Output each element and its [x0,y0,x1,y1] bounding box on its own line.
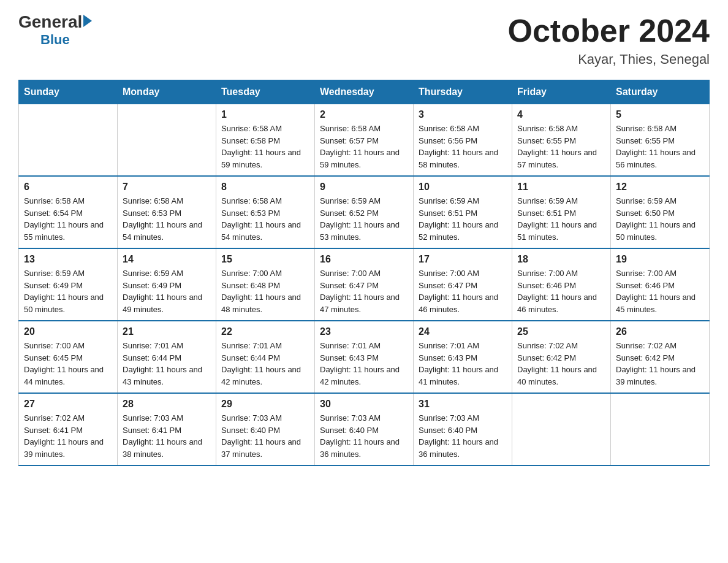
day-cell: 9Sunrise: 6:59 AMSunset: 6:52 PMDaylight… [315,176,414,248]
week-row-2: 6Sunrise: 6:58 AMSunset: 6:54 PMDaylight… [19,176,710,248]
day-cell: 20Sunrise: 7:00 AMSunset: 6:45 PMDayligh… [19,321,118,393]
day-cell: 23Sunrise: 7:01 AMSunset: 6:43 PMDayligh… [315,321,414,393]
day-number: 21 [123,326,211,337]
day-info: Sunrise: 7:00 AMSunset: 6:48 PMDaylight:… [221,267,309,315]
day-cell: 22Sunrise: 7:01 AMSunset: 6:44 PMDayligh… [216,321,315,393]
day-number: 16 [320,254,408,265]
day-number: 25 [517,326,605,337]
day-number: 9 [320,182,408,193]
day-cell: 2Sunrise: 6:58 AMSunset: 6:57 PMDaylight… [315,104,414,177]
day-info: Sunrise: 6:58 AMSunset: 6:53 PMDaylight:… [221,195,309,243]
day-cell: 24Sunrise: 7:01 AMSunset: 6:43 PMDayligh… [414,321,512,393]
day-info: Sunrise: 7:03 AMSunset: 6:40 PMDaylight:… [320,412,408,460]
day-cell: 17Sunrise: 7:00 AMSunset: 6:47 PMDayligh… [414,248,512,321]
logo: General Blue [18,12,92,48]
day-number: 7 [123,182,211,193]
day-info: Sunrise: 7:01 AMSunset: 6:43 PMDaylight:… [320,340,408,388]
logo-general-text: General [18,12,82,32]
day-number: 14 [123,254,211,265]
header-tuesday: Tuesday [216,80,315,104]
day-cell: 27Sunrise: 7:02 AMSunset: 6:41 PMDayligh… [19,393,118,465]
day-number: 6 [24,182,112,193]
day-number: 20 [24,326,112,337]
day-cell: 3Sunrise: 6:58 AMSunset: 6:56 PMDaylight… [414,104,512,177]
header-row: SundayMondayTuesdayWednesdayThursdayFrid… [19,80,710,104]
day-number: 27 [24,399,112,410]
day-info: Sunrise: 6:58 AMSunset: 6:57 PMDaylight:… [320,123,408,170]
day-cell: 19Sunrise: 7:00 AMSunset: 6:46 PMDayligh… [611,248,710,321]
header-thursday: Thursday [414,80,512,104]
title-area: October 2024 Kayar, Thies, Senegal [508,12,710,67]
header-wednesday: Wednesday [315,80,414,104]
day-number: 8 [221,182,309,193]
day-number: 15 [221,254,309,265]
day-number: 2 [320,109,408,120]
day-info: Sunrise: 6:58 AMSunset: 6:55 PMDaylight:… [517,123,605,170]
day-info: Sunrise: 7:02 AMSunset: 6:42 PMDaylight:… [517,340,605,388]
day-number: 3 [419,109,507,120]
day-info: Sunrise: 6:59 AMSunset: 6:49 PMDaylight:… [24,267,112,315]
day-cell: 30Sunrise: 7:03 AMSunset: 6:40 PMDayligh… [315,393,414,465]
day-number: 5 [616,109,704,120]
day-cell: 8Sunrise: 6:58 AMSunset: 6:53 PMDaylight… [216,176,315,248]
day-cell: 25Sunrise: 7:02 AMSunset: 6:42 PMDayligh… [512,321,611,393]
day-number: 19 [616,254,704,265]
week-row-1: 1Sunrise: 6:58 AMSunset: 6:58 PMDaylight… [19,104,710,177]
logo-triangle-icon [83,15,92,27]
day-info: Sunrise: 7:02 AMSunset: 6:42 PMDaylight:… [616,340,704,388]
day-cell: 10Sunrise: 6:59 AMSunset: 6:51 PMDayligh… [414,176,512,248]
day-info: Sunrise: 7:00 AMSunset: 6:47 PMDaylight:… [419,267,507,315]
day-cell: 15Sunrise: 7:00 AMSunset: 6:48 PMDayligh… [216,248,315,321]
day-info: Sunrise: 7:03 AMSunset: 6:41 PMDaylight:… [123,412,211,460]
day-cell [512,393,611,465]
day-cell: 7Sunrise: 6:58 AMSunset: 6:53 PMDaylight… [118,176,216,248]
day-info: Sunrise: 7:00 AMSunset: 6:46 PMDaylight:… [517,267,605,315]
day-info: Sunrise: 6:58 AMSunset: 6:53 PMDaylight:… [123,195,211,243]
week-row-4: 20Sunrise: 7:00 AMSunset: 6:45 PMDayligh… [19,321,710,393]
page-header: General Blue October 2024 Kayar, Thies, … [18,12,710,67]
day-number: 24 [419,326,507,337]
day-cell: 14Sunrise: 6:59 AMSunset: 6:49 PMDayligh… [118,248,216,321]
day-cell: 6Sunrise: 6:58 AMSunset: 6:54 PMDaylight… [19,176,118,248]
day-info: Sunrise: 7:03 AMSunset: 6:40 PMDaylight:… [221,412,309,460]
day-cell: 29Sunrise: 7:03 AMSunset: 6:40 PMDayligh… [216,393,315,465]
day-number: 4 [517,109,605,120]
calendar-title: October 2024 [508,12,710,49]
header-sunday: Sunday [19,80,118,104]
day-info: Sunrise: 6:59 AMSunset: 6:52 PMDaylight:… [320,195,408,243]
day-cell: 18Sunrise: 7:00 AMSunset: 6:46 PMDayligh… [512,248,611,321]
day-info: Sunrise: 6:58 AMSunset: 6:54 PMDaylight:… [24,195,112,243]
week-row-3: 13Sunrise: 6:59 AMSunset: 6:49 PMDayligh… [19,248,710,321]
day-number: 22 [221,326,309,337]
day-info: Sunrise: 7:01 AMSunset: 6:44 PMDaylight:… [221,340,309,388]
day-number: 29 [221,399,309,410]
calendar-table: SundayMondayTuesdayWednesdayThursdayFrid… [18,80,710,466]
day-cell: 21Sunrise: 7:01 AMSunset: 6:44 PMDayligh… [118,321,216,393]
day-number: 26 [616,326,704,337]
day-info: Sunrise: 6:58 AMSunset: 6:55 PMDaylight:… [616,123,704,170]
day-number: 17 [419,254,507,265]
header-monday: Monday [118,80,216,104]
day-cell: 5Sunrise: 6:58 AMSunset: 6:55 PMDaylight… [611,104,710,177]
day-cell: 13Sunrise: 6:59 AMSunset: 6:49 PMDayligh… [19,248,118,321]
day-info: Sunrise: 7:01 AMSunset: 6:44 PMDaylight:… [123,340,211,388]
day-cell: 1Sunrise: 6:58 AMSunset: 6:58 PMDaylight… [216,104,315,177]
day-cell [118,104,216,177]
day-number: 13 [24,254,112,265]
day-number: 18 [517,254,605,265]
day-info: Sunrise: 7:00 AMSunset: 6:47 PMDaylight:… [320,267,408,315]
day-info: Sunrise: 7:01 AMSunset: 6:43 PMDaylight:… [419,340,507,388]
day-cell [19,104,118,177]
day-cell: 28Sunrise: 7:03 AMSunset: 6:41 PMDayligh… [118,393,216,465]
day-info: Sunrise: 7:03 AMSunset: 6:40 PMDaylight:… [419,412,507,460]
week-row-5: 27Sunrise: 7:02 AMSunset: 6:41 PMDayligh… [19,393,710,465]
day-number: 28 [123,399,211,410]
day-info: Sunrise: 7:02 AMSunset: 6:41 PMDaylight:… [24,412,112,460]
day-number: 10 [419,182,507,193]
day-info: Sunrise: 6:59 AMSunset: 6:51 PMDaylight:… [517,195,605,243]
day-info: Sunrise: 7:00 AMSunset: 6:46 PMDaylight:… [616,267,704,315]
day-cell [611,393,710,465]
calendar-subtitle: Kayar, Thies, Senegal [508,52,710,67]
day-cell: 12Sunrise: 6:59 AMSunset: 6:50 PMDayligh… [611,176,710,248]
day-number: 11 [517,182,605,193]
